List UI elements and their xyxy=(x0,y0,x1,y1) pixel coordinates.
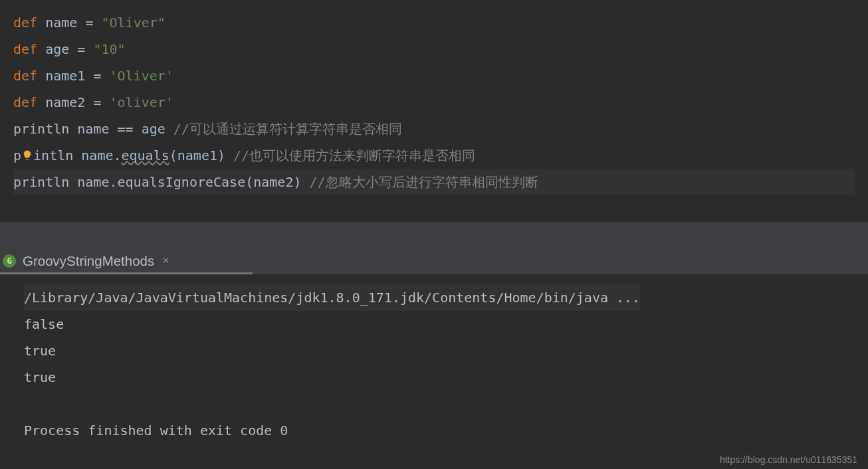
code-token: println name == age xyxy=(13,121,173,137)
code-token: def xyxy=(13,41,45,57)
code-token: age = xyxy=(45,41,93,57)
code-line[interactable]: println name.equalsIgnoreCase(name2) //忽… xyxy=(13,169,855,195)
console-line: true xyxy=(24,364,844,391)
code-token: 'oliver' xyxy=(110,94,173,110)
code-token: "10" xyxy=(93,41,125,57)
watermark-text: https://blog.csdn.net/u011635351 xyxy=(720,454,857,465)
console-line: false xyxy=(24,311,844,337)
console-line xyxy=(24,391,844,417)
code-token: def xyxy=(13,68,45,84)
intention-bulb-icon[interactable] xyxy=(21,143,33,155)
code-token: name = xyxy=(45,15,101,31)
code-line[interactable]: pintln name.equals(name1) //也可以使用方法来判断字符… xyxy=(13,142,855,169)
close-icon[interactable]: × xyxy=(162,254,169,268)
code-line[interactable]: def age = "10" xyxy=(13,36,855,62)
code-token: 'Oliver' xyxy=(110,68,173,84)
code-line[interactable]: def name1 = 'Oliver' xyxy=(13,62,855,89)
panel-divider xyxy=(0,222,868,247)
run-tab-title[interactable]: GroovyStringMethods xyxy=(23,253,154,269)
code-token: p xyxy=(13,147,21,163)
code-token: name2 = xyxy=(45,94,109,110)
code-editor[interactable]: def name = "Oliver"def age = "10"def nam… xyxy=(0,0,868,222)
console-command: /Library/Java/JavaVirtualMachines/jdk1.8… xyxy=(24,284,640,311)
code-token: equals xyxy=(122,147,169,163)
code-token: //可以通过运算符计算字符串是否相同 xyxy=(173,121,402,137)
code-token: def xyxy=(13,94,45,110)
code-token: "Oliver" xyxy=(101,15,165,31)
code-line[interactable]: def name = "Oliver" xyxy=(13,9,855,36)
console-output[interactable]: /Library/Java/JavaVirtualMachines/jdk1.8… xyxy=(0,275,868,444)
run-tab-bar: G GroovyStringMethods × xyxy=(0,247,868,275)
code-token: //也可以使用方法来判断字符串是否相同 xyxy=(233,147,475,163)
code-token: def xyxy=(13,15,45,31)
code-token: println name.equalsIgnoreCase(name2) xyxy=(13,174,310,190)
groovy-file-icon: G xyxy=(3,254,16,268)
tab-underline xyxy=(0,272,253,274)
code-token: intln name. xyxy=(33,147,121,163)
code-line[interactable]: def name2 = 'oliver' xyxy=(13,89,855,116)
console-line: true xyxy=(24,337,844,364)
code-line[interactable]: println name == age //可以通过运算符计算字符串是否相同 xyxy=(13,116,855,142)
code-token: (name1) xyxy=(169,147,233,163)
code-token: name1 = xyxy=(45,68,109,84)
code-token: //忽略大小写后进行字符串相同性判断 xyxy=(310,174,538,190)
console-line: Process finished with exit code 0 xyxy=(24,417,844,444)
